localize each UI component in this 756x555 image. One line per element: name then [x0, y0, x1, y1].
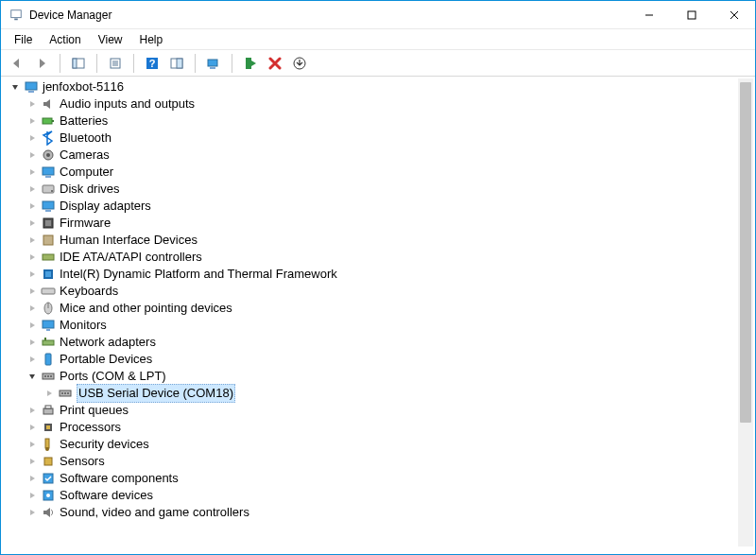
svg-point-51 — [61, 392, 63, 394]
show-hide-tree-button[interactable] — [68, 53, 89, 74]
toolbar-separator — [60, 54, 60, 73]
maximize-button[interactable] — [670, 1, 713, 29]
port-icon — [41, 369, 56, 384]
expand-icon — [43, 387, 56, 400]
intel-icon — [41, 267, 56, 282]
tree-node[interactable]: Audio inputs and outputs — [9, 95, 736, 113]
tree-root-label: jenfoxbot-5116 — [43, 78, 124, 95]
tree-node[interactable]: Network adapters — [9, 334, 736, 351]
vertical-scrollbar[interactable] — [738, 78, 753, 546]
tree-node[interactable]: Sensors — [9, 453, 736, 470]
svg-rect-1 — [14, 18, 18, 20]
tree-node[interactable]: Portable Devices — [9, 351, 736, 368]
window-title: Device Manager — [29, 9, 627, 22]
sound-icon — [41, 505, 56, 520]
tree-node[interactable]: Intel(R) Dynamic Platform and Thermal Fr… — [9, 266, 736, 283]
enable-device-button[interactable] — [240, 53, 261, 74]
svg-rect-34 — [43, 235, 53, 245]
expand-icon — [26, 131, 39, 145]
svg-rect-20 — [26, 82, 37, 90]
keyboard-icon — [41, 284, 56, 299]
bluetooth-icon — [41, 130, 56, 146]
tree-node[interactable]: USB Serial Device (COM18) — [9, 385, 736, 402]
svg-rect-26 — [43, 167, 54, 175]
tree-node[interactable]: Disk drives — [9, 181, 736, 198]
collapse-icon[interactable] — [26, 370, 39, 383]
tree-node[interactable]: Software devices — [9, 487, 736, 504]
help-button[interactable]: ? — [142, 53, 163, 74]
svg-rect-57 — [46, 425, 50, 429]
ide-icon — [41, 250, 56, 265]
tree-node[interactable]: Cameras — [9, 147, 736, 164]
tree-root-node[interactable]: jenfoxbot-5116 — [9, 78, 736, 95]
menu-action[interactable]: Action — [42, 31, 88, 48]
network-icon — [41, 335, 56, 350]
tree-node[interactable]: Bluetooth — [9, 130, 736, 147]
tree-node[interactable]: Software components — [9, 470, 736, 487]
expand-icon — [26, 148, 39, 162]
tree-node-label: Software components — [60, 470, 179, 487]
tree-node[interactable]: Processors — [9, 419, 736, 436]
svg-rect-55 — [45, 406, 51, 408]
tree-node[interactable]: Security devices — [9, 436, 736, 453]
audio-icon — [41, 96, 56, 112]
svg-rect-58 — [45, 439, 49, 448]
tree-node[interactable]: Human Interface Devices — [9, 232, 736, 249]
cpu-icon — [41, 420, 56, 435]
svg-rect-16 — [208, 60, 217, 66]
menu-view[interactable]: View — [91, 31, 130, 48]
tree-node[interactable]: IDE ATA/ATAPI controllers — [9, 249, 736, 266]
expand-icon — [26, 285, 39, 298]
tree-node[interactable]: Print queues — [9, 402, 736, 419]
tree-node[interactable]: Mice and other pointing devices — [9, 300, 736, 317]
tree-node[interactable]: Sound, video and game controllers — [9, 504, 736, 521]
action-box-button[interactable] — [166, 53, 187, 74]
sensor-icon — [41, 454, 56, 469]
tree-node[interactable]: Firmware — [9, 215, 736, 232]
collapse-icon[interactable] — [9, 80, 22, 94]
forward-button[interactable] — [31, 53, 52, 74]
expand-icon — [26, 506, 39, 519]
properties-button[interactable] — [105, 53, 126, 74]
tree-node[interactable]: Computer — [9, 164, 736, 181]
svg-rect-30 — [43, 201, 54, 209]
svg-rect-21 — [28, 91, 34, 93]
svg-rect-60 — [44, 458, 52, 465]
tree-node[interactable]: Display adapters — [9, 198, 736, 215]
svg-rect-27 — [45, 176, 51, 178]
expand-icon — [26, 438, 39, 451]
back-button[interactable] — [7, 53, 27, 74]
menu-help[interactable]: Help — [132, 31, 171, 48]
tree-node[interactable]: Ports (COM & LPT) — [9, 368, 736, 385]
expand-icon — [26, 455, 39, 468]
tree-node-label: Mice and other pointing devices — [60, 300, 232, 317]
tree-node-label: Firmware — [60, 215, 111, 232]
expand-icon — [26, 302, 39, 315]
svg-rect-37 — [45, 271, 51, 277]
svg-rect-41 — [43, 321, 54, 328]
title-bar: Device Manager — [1, 1, 755, 29]
hid-icon — [41, 233, 56, 248]
close-button[interactable] — [713, 1, 755, 29]
scan-hardware-button[interactable] — [203, 53, 224, 74]
disk-icon — [41, 182, 56, 197]
device-tree[interactable]: jenfoxbot-5116Audio inputs and outputsBa… — [9, 78, 736, 521]
menu-file[interactable]: File — [7, 31, 40, 48]
tree-node-label: Sound, video and game controllers — [60, 504, 249, 521]
scrollbar-thumb[interactable] — [740, 82, 751, 423]
update-driver-button[interactable] — [289, 53, 310, 74]
tree-node[interactable]: Monitors — [9, 317, 736, 334]
tree-node[interactable]: Batteries — [9, 113, 736, 130]
svg-point-48 — [47, 375, 49, 377]
uninstall-device-button[interactable] — [265, 53, 285, 74]
minimize-button[interactable] — [627, 1, 670, 29]
toolbar-separator — [195, 54, 196, 73]
expand-icon — [26, 472, 39, 485]
tree-node-label: Intel(R) Dynamic Platform and Thermal Fr… — [60, 266, 337, 283]
tree-node-label: Keyboards — [60, 283, 118, 300]
computer-icon — [41, 165, 56, 180]
expand-icon — [26, 421, 39, 434]
tree-node-label: Bluetooth — [60, 130, 112, 147]
toolbar-separator — [96, 54, 97, 73]
tree-node[interactable]: Keyboards — [9, 283, 736, 300]
